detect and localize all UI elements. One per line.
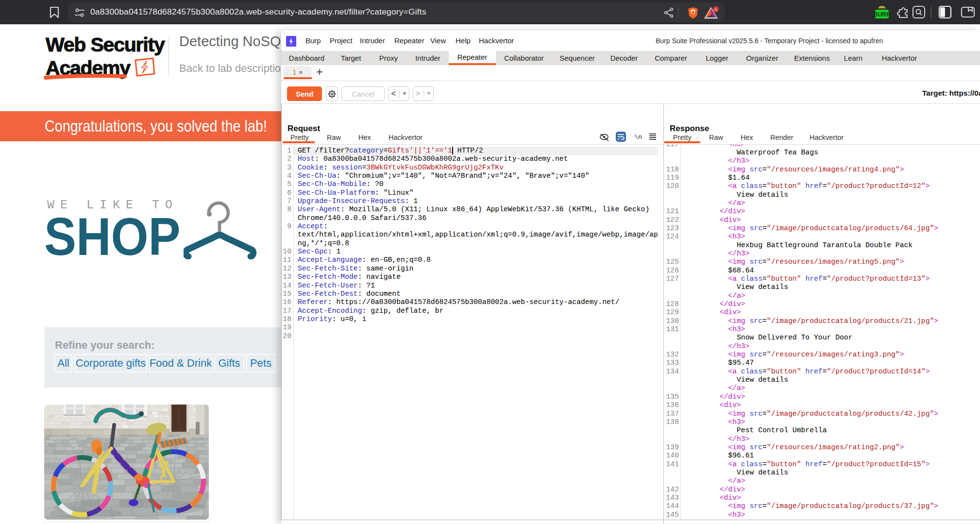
svg-text:1: 1 [715,7,717,12]
svg-text:BURP: BURP [874,11,890,18]
